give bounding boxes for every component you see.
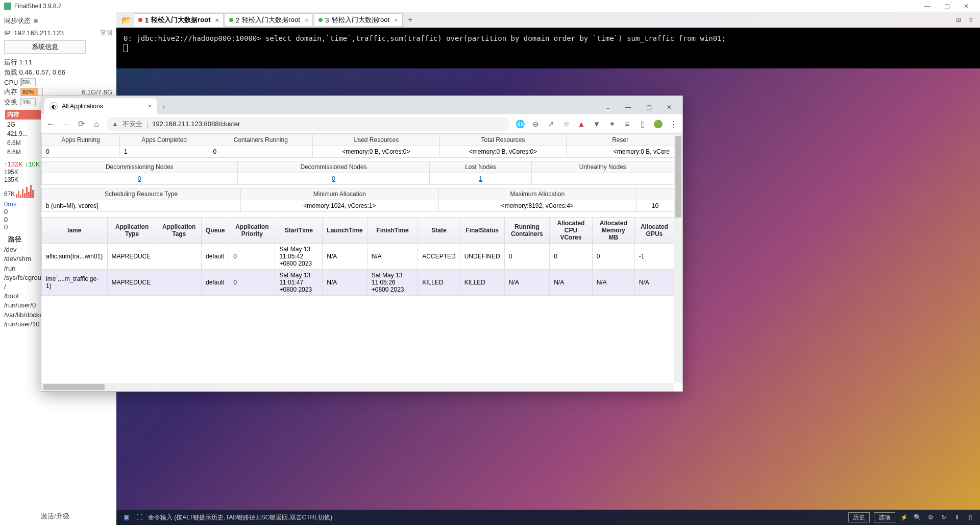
mem-used: 6.1G/7.6G [82,88,112,96]
nodes-table: Decommissioning Nodes Decommissioned Nod… [41,161,674,185]
terminal-output[interactable]: 0: jdbc:hive2://hadoop000:10000> select … [116,28,980,68]
browser-min-button[interactable]: — [618,100,639,114]
browser-tab-title: All Applications [62,103,103,110]
forward-button[interactable]: → [61,120,71,129]
app-icon [4,3,11,10]
close-browser-tab-icon[interactable]: × [148,103,152,110]
table-row: 0 0 1 [42,173,674,185]
link[interactable]: 0 [138,175,141,182]
gear-icon[interactable]: ⚙ [926,514,935,521]
reload-button[interactable]: ⟳ [76,119,86,129]
terminal-icon[interactable]: ▣ [121,513,131,522]
browser-toolbar: ← → ⟳ ⌂ ▲ 不安全 | 192.168.211.123:8088/clu… [41,114,682,134]
svg-rect-0 [16,194,17,198]
net-down: ↓10K [25,160,40,168]
favicon-icon: ◐ [50,102,58,110]
browser-menu-icon[interactable]: ⋮ [668,120,678,129]
close-tab-icon[interactable]: × [305,16,309,24]
avatar-icon[interactable]: 🟢 [653,120,663,129]
browser-window: ◐ All Applications × + ⌄ — ▢ ✕ ← → ⟳ ⌂ ▲… [41,96,683,392]
address-bar[interactable]: ▲ 不安全 | 192.168.211.123:8088/cluster [107,117,510,131]
fullscreen-icon[interactable]: ⛶ [135,513,144,522]
browser-content[interactable]: Apps Running Apps Completed Containers R… [41,134,682,391]
star-icon[interactable]: ☆ [561,120,571,129]
link[interactable]: 0 [332,175,335,182]
sidebar-icon[interactable]: ▯ [638,120,648,129]
sync-status-row: 同步状态 [4,16,112,26]
session-tabbar: 📂 1 轻松入门大数据root × 2 轻松入门大数据root × 3 轻松入门… [116,12,980,28]
close-tab-icon[interactable]: × [394,16,398,24]
insecure-label: 不安全 [122,120,142,129]
terminal-line: 0: jdbc:hive2://hadoop000:10000> select … [124,33,973,44]
window-max-button[interactable]: ▢ [937,1,957,12]
system-info-button[interactable]: 系统信息 [4,40,86,54]
cluster-metrics-table: Apps Running Apps Completed Containers R… [41,134,674,158]
command-input[interactable]: 命令输入 (按ALT键提示历史,TAB键路径,ESC键返回,双击CTRL切换) [148,513,332,522]
cpu-label: CPU [4,79,20,86]
mem-label: 内存 [4,87,20,97]
grid-view-icon[interactable]: ⊞ [952,14,965,26]
insecure-icon: ▲ [112,120,118,128]
terminal-input-bar: ▣ ⛶ 命令输入 (按ALT键提示历史,TAB键路径,ESC键返回,双击CTRL… [116,510,980,525]
open-folder-icon[interactable]: 📂 [119,14,134,26]
browser-tab[interactable]: ◐ All Applications × [44,98,157,114]
link[interactable]: 1 [479,175,482,182]
extensions-icon[interactable]: ✦ [607,120,617,129]
options-button[interactable]: 选项 [874,512,895,522]
swap-label: 交换 [4,98,20,107]
add-tab-button[interactable]: + [404,13,417,27]
new-browser-tab-button[interactable]: + [157,100,171,114]
tab-num: 1 [145,16,149,24]
svg-rect-5 [26,187,28,198]
browser-close-button[interactable]: ✕ [659,100,679,114]
window-min-button[interactable]: — [918,1,937,12]
session-tab-1[interactable]: 1 轻松入门大数据root × [134,13,224,27]
share-icon[interactable]: ↗ [546,120,556,129]
network-chart-icon [16,184,35,198]
table-row: b (unit=Mi), vcores] <memory:1024, vCore… [42,200,674,212]
load-label: 负载 0.46, 0.57, 0.66 [4,68,112,77]
svg-rect-1 [18,191,19,198]
swap-value: 1% [22,99,31,105]
svg-rect-6 [28,192,30,198]
search-icon[interactable]: 🔍 [913,514,922,521]
history-button[interactable]: 历史 [848,512,870,522]
horizontal-scrollbar[interactable] [41,383,674,391]
status-dot-icon [229,18,233,22]
window-close-button[interactable]: ✕ [957,1,976,12]
back-button[interactable]: ← [45,120,56,129]
translate-icon[interactable]: 🌐 [515,120,525,129]
clipboard-icon[interactable]: ▯ [966,514,975,521]
session-tab-2[interactable]: 2 轻松入门大数据root × [225,13,313,27]
svg-rect-8 [32,190,34,198]
scheduler-table: Scheduling Resource Type Minimum Allocat… [41,188,674,212]
table-row[interactable]: affic,sum(tra...win01) MAPREDUCE default… [42,244,674,270]
status-dot-icon [318,18,323,22]
chevron-down-icon[interactable]: ⌄ [598,100,618,114]
table-row[interactable]: ime`,...m_traffic ge-1) MAPREDUCE defaul… [42,270,674,296]
browser-max-button[interactable]: ▢ [639,100,659,114]
home-button[interactable]: ⌂ [91,120,102,129]
bolt-icon[interactable]: ⚡ [899,514,909,521]
mem-pct: 80% [22,89,34,95]
app-title: FinalShell 3.9.8.2 [14,3,62,10]
svg-rect-4 [24,193,26,198]
table-row: 0 1 0 <memory:0 B, vCores:0> <memory:0 B… [42,146,674,158]
svg-rect-7 [30,185,32,198]
ext1-icon[interactable]: ▲ [576,120,586,128]
ext2-icon[interactable]: ▼ [592,120,602,128]
refresh-icon[interactable]: ↻ [939,514,948,521]
status-dot-icon [138,18,142,22]
table-header-row: lame Application Type Application Tags Q… [42,218,674,244]
copy-ip-button[interactable]: 复制 [100,29,112,37]
upload-icon[interactable]: ⬆ [952,514,962,521]
session-tab-3[interactable]: 3 轻松入门大数据root × [314,13,402,27]
ip-value: 192.168.211.123 [14,29,64,37]
vertical-scrollbar[interactable] [674,134,682,383]
browser-tabstrip: ◐ All Applications × + ⌄ — ▢ ✕ [41,96,682,114]
activate-link[interactable]: 激活/升级 [41,512,69,521]
list-icon[interactable]: ≡ [622,120,632,128]
zoom-out-icon[interactable]: ⊖ [530,120,541,129]
menu-icon[interactable]: ≡ [965,14,977,26]
close-tab-icon[interactable]: × [215,16,219,24]
